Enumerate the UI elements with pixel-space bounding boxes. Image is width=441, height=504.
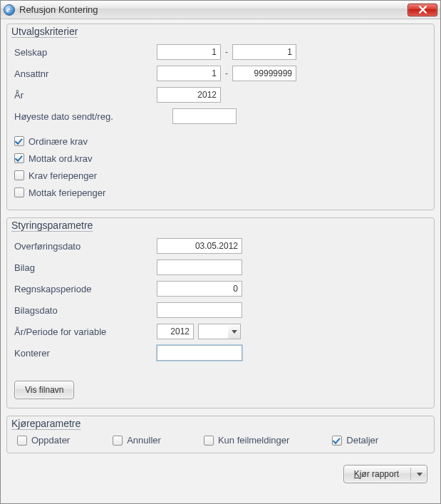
aar-label: År (14, 90, 157, 101)
mottak-ord-label: Mottak ord.krav (28, 153, 93, 164)
range-dash: - (225, 68, 228, 78)
detaljer-label: Detaljer (346, 435, 378, 446)
ordinaere-label: Ordinære krav (28, 136, 88, 147)
close-button[interactable] (408, 4, 437, 16)
bilagsdato-label: Bilagsdato (14, 305, 157, 316)
selskap-label: Selskap (14, 47, 157, 58)
ansattnr-to-input[interactable] (232, 66, 296, 81)
group-legend: Kjøreparametre (11, 418, 81, 429)
app-icon (4, 4, 15, 16)
titlebar: Refusjon Kontering (1, 1, 440, 19)
oppdater-label: Oppdater (31, 435, 70, 446)
group-styringsparametre: Styringsparametre Overføringsdato Bilag … (6, 217, 435, 408)
chevron-down-icon (228, 324, 241, 339)
range-dash: - (225, 47, 228, 57)
dialog-window: Refusjon Kontering Utvalgskriterier Sels… (0, 0, 441, 504)
bilagsdato-input[interactable] (157, 302, 242, 318)
ansattnr-from-input[interactable] (157, 66, 221, 81)
annuller-checkbox[interactable] (113, 436, 123, 446)
close-icon (419, 6, 427, 14)
aarperiode-year-input[interactable] (157, 324, 194, 339)
ordinaere-checkbox[interactable] (14, 136, 24, 146)
hoyeste-input[interactable] (172, 108, 237, 124)
window-title: Refusjon Kontering (19, 4, 408, 15)
regnskapsperiode-input[interactable] (157, 281, 242, 297)
bilag-input[interactable] (157, 259, 242, 275)
krav-ferie-checkbox[interactable] (14, 170, 24, 180)
vis-filnavn-button[interactable]: Vis filnavn (14, 381, 74, 399)
overforingsdato-input[interactable] (157, 238, 242, 254)
konterer-input[interactable] (157, 345, 242, 361)
krav-ferie-label: Krav feriepenger (28, 170, 97, 181)
bilag-label: Bilag (14, 262, 157, 273)
chevron-down-icon (417, 473, 422, 476)
run-report-button[interactable]: Kjør rapport (343, 465, 427, 483)
mottak-ord-checkbox[interactable] (14, 153, 24, 163)
group-kjoreparametre: Kjøreparametre Oppdater Annuller Kun fei… (6, 416, 435, 453)
hoyeste-label: Høyeste dato sendt/reg. (14, 111, 157, 122)
kunfeil-checkbox[interactable] (204, 436, 214, 446)
kunfeil-label: Kun feilmeldinger (218, 435, 289, 446)
konterer-label: Konterer (14, 348, 157, 359)
mottak-ferie-label: Mottak feriepenger (28, 187, 105, 198)
content-area: Utvalgskriterier Selskap - Ansattnr - År… (1, 19, 440, 503)
regnskapsperiode-label: Regnskapsperiode (14, 284, 157, 294)
aarperiode-label: År/Periode for variable (14, 326, 157, 337)
detaljer-checkbox[interactable] (332, 436, 342, 446)
oppdater-checkbox[interactable] (17, 436, 27, 446)
mottak-ferie-checkbox[interactable] (14, 187, 24, 197)
overforingsdato-label: Overføringsdato (14, 241, 157, 252)
aar-input[interactable] (157, 87, 221, 103)
footer: Kjør rapport (6, 461, 435, 490)
annuller-label: Annuller (127, 435, 161, 446)
group-legend: Utvalgskriterier (11, 26, 78, 37)
aarperiode-period-select[interactable] (198, 324, 241, 339)
run-report-label: Kjør rapport (354, 469, 399, 479)
ansattnr-label: Ansattnr (14, 68, 157, 79)
group-legend: Styringsparametre (11, 220, 93, 231)
aarperiode-period-input[interactable] (198, 324, 228, 339)
vis-filnavn-label: Vis filnavn (25, 385, 63, 395)
selskap-from-input[interactable] (157, 44, 221, 60)
selskap-to-input[interactable] (232, 44, 296, 60)
group-utvalgskriterier: Utvalgskriterier Selskap - Ansattnr - År… (6, 24, 435, 210)
